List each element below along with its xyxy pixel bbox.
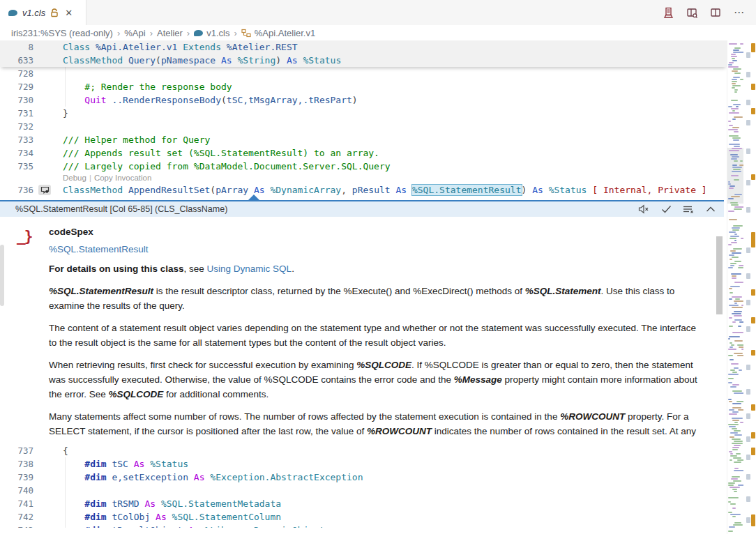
minimap-line bbox=[730, 265, 734, 266]
minimap-line bbox=[734, 208, 742, 210]
code-line[interactable]: 633ClassMethod Query(pNamespace As %Stri… bbox=[0, 54, 727, 67]
ruler-warning-mark bbox=[751, 289, 755, 296]
open-preview-icon[interactable] bbox=[685, 6, 699, 20]
minimap-line bbox=[732, 443, 743, 444]
breadcrumb-item--api[interactable]: %Api bbox=[124, 28, 145, 38]
code-line[interactable]: 740 bbox=[0, 484, 727, 497]
line-number: 730 bbox=[0, 93, 33, 107]
minimap-line bbox=[730, 503, 736, 505]
glyph-margin bbox=[33, 40, 63, 54]
code-line[interactable]: 8Class %Api.Atelier.v1 Extends %Atelier.… bbox=[0, 40, 727, 54]
minimap-line bbox=[734, 441, 743, 442]
minimap-line bbox=[734, 91, 737, 93]
line-number: 728 bbox=[0, 67, 33, 80]
peek-anchor-arrow-icon bbox=[248, 194, 259, 200]
code-line[interactable]: 736ClassMethod AppendResultSet(pArray As… bbox=[0, 183, 727, 197]
overview-ruler bbox=[743, 40, 756, 534]
breadcrumb-label: v1.cls bbox=[206, 28, 229, 38]
line-number: 729 bbox=[0, 80, 33, 93]
clear-list-icon[interactable] bbox=[682, 203, 695, 215]
minimap-line bbox=[734, 116, 743, 118]
code-line[interactable]: 729 #; Render the response body bbox=[0, 80, 727, 93]
peek-paragraph: For details on using this class, see Usi… bbox=[49, 261, 706, 276]
vscode-window: v1.cls ✕ ⋯ iris231:%SYS (read-only)›%Api… bbox=[0, 0, 756, 534]
comment-bubble-icon[interactable] bbox=[38, 185, 51, 195]
minimap-line bbox=[734, 73, 741, 74]
breadcrumb-item-v1-cls[interactable]: v1.cls bbox=[194, 28, 229, 38]
split-editor-icon[interactable] bbox=[709, 6, 723, 20]
line-number: 633 bbox=[0, 54, 33, 67]
minimap-line bbox=[733, 77, 740, 78]
code-line[interactable]: 743 #dim tResultObject As %Library.Dynam… bbox=[0, 524, 727, 528]
minimap-line bbox=[734, 491, 737, 492]
glyph-margin bbox=[33, 133, 63, 146]
code-line[interactable]: 735/// Largely copied from %DataModel.Do… bbox=[0, 160, 727, 173]
minimap-line bbox=[729, 426, 736, 427]
mute-icon[interactable] bbox=[637, 203, 650, 215]
code-line[interactable]: 738 #dim tSC As %Status bbox=[0, 457, 727, 471]
code-text: /// Largely copied from %DataModel.Docum… bbox=[63, 160, 727, 173]
code-line[interactable]: 728 bbox=[0, 67, 727, 80]
code-line[interactable]: 731} bbox=[0, 107, 727, 120]
code-text: #dim tSC As %Status bbox=[63, 457, 727, 471]
line-number: 743 bbox=[0, 524, 33, 528]
code-token bbox=[63, 525, 84, 528]
minimap-line bbox=[732, 438, 741, 440]
code-line[interactable]: 732 bbox=[0, 120, 727, 133]
minimap-line bbox=[730, 154, 738, 155]
codelens-link-debug[interactable]: Debug bbox=[63, 174, 86, 182]
code-line[interactable]: 742 #dim tColObj As %SQL.StatementColumn bbox=[0, 510, 727, 524]
peek-header[interactable]: %SQL.StatementResult [Col 65-85] (CLS_Cl… bbox=[0, 201, 724, 217]
close-icon[interactable]: ✕ bbox=[65, 8, 73, 18]
minimap-line bbox=[732, 332, 743, 333]
check-icon[interactable] bbox=[660, 203, 672, 215]
server-actions-icon[interactable] bbox=[661, 6, 675, 20]
minimap-line bbox=[734, 311, 742, 312]
peek-scrollbar[interactable] bbox=[716, 236, 723, 314]
code-text: #; Render the response body bbox=[63, 80, 727, 93]
code-token: , bbox=[341, 185, 352, 195]
breadcrumb-item-iris231-sys-read-only-[interactable]: iris231:%SYS (read-only) bbox=[11, 28, 113, 38]
minimap-line bbox=[729, 346, 733, 348]
code-line[interactable]: 733/// Helper method for Query bbox=[0, 133, 727, 146]
minimap-line bbox=[728, 485, 734, 486]
code-editor[interactable]: 8Class %Api.Atelier.v1 Extends %Atelier.… bbox=[0, 40, 727, 534]
code-token: %Status bbox=[144, 459, 188, 469]
sticky-scroll[interactable]: 8Class %Api.Atelier.v1 Extends %Atelier.… bbox=[0, 40, 727, 67]
breadcrumb-item-atelier[interactable]: Atelier bbox=[157, 28, 183, 38]
minimap[interactable] bbox=[727, 40, 744, 534]
collapse-icon[interactable] bbox=[704, 203, 717, 215]
codelens-link-copy-invocation[interactable]: Copy Invocation bbox=[94, 174, 151, 182]
code-line[interactable]: 737{ bbox=[0, 444, 727, 457]
minimap-line bbox=[728, 244, 732, 245]
code-token bbox=[63, 512, 84, 522]
minimap-line bbox=[732, 252, 741, 254]
minimap-line bbox=[731, 196, 740, 197]
class-doc-link[interactable]: %SQL.StatementResult bbox=[49, 244, 149, 254]
code-line[interactable]: 741 #dim tRSMD As %SQL.StatementMetadata bbox=[0, 497, 727, 510]
codelens-separator: | bbox=[86, 174, 94, 182]
minimap-line bbox=[734, 522, 741, 524]
glyph-margin bbox=[33, 457, 63, 471]
minimap-line bbox=[732, 257, 739, 258]
code-line[interactable]: 730 Quit ..RenderResponseBody(tSC,tMsgAr… bbox=[0, 93, 727, 107]
breadcrumb-separator: › bbox=[150, 28, 153, 38]
breadcrumb: iris231:%SYS (read-only)›%Api›Atelier›v1… bbox=[0, 25, 756, 40]
code-line[interactable]: 739 #dim e,setException As %Exception.Ab… bbox=[0, 471, 727, 484]
tab-v1cls[interactable]: v1.cls ✕ bbox=[0, 0, 86, 25]
doc-text: for additional comments. bbox=[163, 389, 269, 399]
code-token: As bbox=[150, 512, 166, 522]
code-text: Quit ..RenderResponseBody(tSC,tMsgArray,… bbox=[63, 93, 727, 107]
glyph-margin bbox=[33, 160, 63, 173]
minimap-line bbox=[732, 85, 741, 86]
minimap-line bbox=[734, 315, 742, 316]
minimap-line bbox=[728, 183, 731, 185]
more-actions-icon[interactable]: ⋯ bbox=[732, 6, 746, 20]
code-line[interactable]: 734/// Appends result set (%SQL.Statemen… bbox=[0, 146, 727, 160]
breadcrumb-item--api-atelier-v1[interactable]: %Api.Atelier.v1 bbox=[241, 28, 315, 38]
code-token: [ Internal, Private ] bbox=[587, 185, 706, 195]
code-token bbox=[63, 498, 84, 509]
ruler-info-mark bbox=[746, 120, 750, 125]
minimap-line bbox=[732, 420, 739, 421]
doc-link[interactable]: Using Dynamic SQL bbox=[207, 264, 292, 274]
